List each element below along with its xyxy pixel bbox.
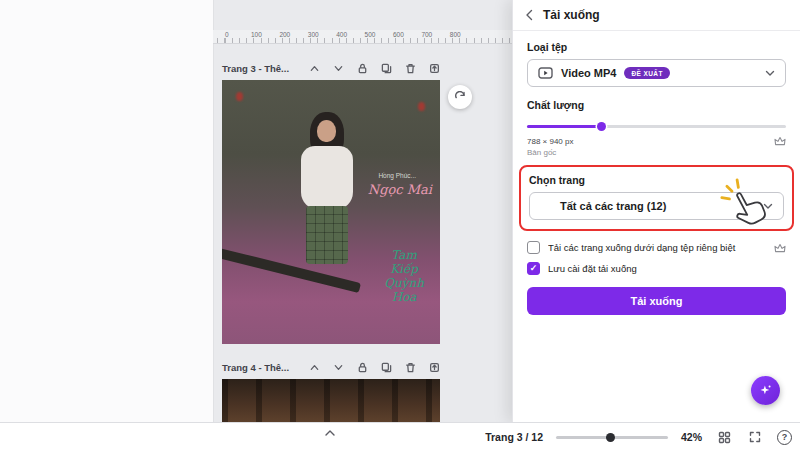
separate-files-option: Tải các trang xuống dưới dạng tệp riêng … (527, 241, 786, 254)
figure-face (317, 120, 336, 142)
file-type-select[interactable]: Video MP4 ĐỀ XUẤT (527, 59, 786, 87)
move-page-down-icon[interactable] (333, 63, 344, 74)
save-settings-option: Lưu cài đặt tải xuống (527, 262, 786, 275)
page3-title: Trang 3 - Thê... (222, 63, 289, 74)
grid-icon (718, 431, 731, 444)
separate-files-checkbox[interactable] (527, 241, 540, 254)
download-panel-body: Loại tệp Video MP4 ĐỀ XUẤT Chất lượng 78… (513, 31, 800, 315)
select-pages-dropdown[interactable]: Tất cả các trang (12) (529, 192, 784, 220)
quality-slider-thumb[interactable] (597, 122, 607, 132)
page3-canvas[interactable]: Hồng Phúc... Ngọc Mai Tam Kiếp Quỳnh Hoa (222, 80, 440, 344)
bottom-bar-controls: Trang 3 / 12 42% (485, 423, 792, 450)
ruler-mark: 300 (308, 31, 319, 38)
artwork-credit-text: Hồng Phúc... (378, 172, 416, 179)
artwork-title-text: Tam Kiếp Quỳnh Hoa (384, 248, 424, 304)
page3-toolbar: Trang 3 - Thê... (222, 60, 440, 76)
quality-slider[interactable] (527, 121, 786, 131)
select-pages-label: Chọn trang (529, 174, 784, 186)
ruler-mark: 800 (450, 31, 461, 38)
fullscreen-icon (749, 431, 761, 443)
page4-toolbar: Trang 4 - Thê... (222, 359, 440, 375)
lock-icon[interactable] (357, 63, 368, 74)
select-pages-highlight: Chọn trang Tất cả các trang (12) (519, 165, 794, 231)
zoom-slider[interactable] (556, 431, 668, 443)
file-type-value: Video MP4 (561, 67, 616, 79)
canva-editor: 0 100 200 300 400 500 600 700 800 Trang … (0, 0, 800, 450)
refresh-icon (454, 91, 466, 103)
ruler-mark: 0 (225, 31, 229, 38)
recommended-badge: ĐỀ XUẤT (624, 67, 669, 79)
help-button[interactable] (777, 430, 792, 445)
delete-page-icon[interactable] (405, 362, 416, 373)
move-page-down-icon[interactable] (333, 362, 344, 373)
horizontal-ruler: 0 100 200 300 400 500 600 700 800 (213, 30, 512, 44)
title-line: Tam (384, 248, 424, 262)
ruler-mark: 400 (336, 31, 347, 38)
back-chevron-icon[interactable] (525, 9, 534, 21)
chevron-down-icon (763, 203, 773, 210)
transition-refresh-button[interactable] (448, 85, 472, 109)
ruler-mark: 200 (279, 31, 290, 38)
panel-title: Tải xuống (543, 8, 600, 22)
chevron-down-icon (765, 70, 775, 77)
download-button[interactable]: Tải xuống (527, 287, 786, 315)
lantern-decoration (236, 92, 243, 101)
ruler-mark: 600 (393, 31, 404, 38)
premium-crown-icon (774, 243, 786, 253)
page4-artwork-texture (222, 379, 440, 422)
save-settings-label: Lưu cài đặt tải xuống (548, 263, 786, 274)
ruler-mark: 700 (421, 31, 432, 38)
duplicate-page-icon[interactable] (381, 63, 392, 74)
figure-skirt (306, 206, 348, 264)
bottom-status-bar: Trang 3 / 12 42% (0, 422, 800, 450)
duplicate-page-icon[interactable] (381, 362, 392, 373)
zoom-slider-thumb[interactable] (606, 433, 615, 442)
sparkle-icon (758, 383, 773, 398)
lock-icon[interactable] (357, 362, 368, 373)
ruler-mark: 100 (251, 31, 262, 38)
title-line: Quỳnh (384, 276, 424, 290)
export-page-icon[interactable] (429, 63, 440, 74)
video-icon (538, 67, 553, 79)
ruler-ticks (213, 38, 512, 43)
dimensions-text: 788 × 940 px (527, 137, 573, 146)
page4-canvas[interactable] (222, 379, 440, 422)
title-line: Hoa (384, 290, 424, 304)
lantern-decoration (418, 102, 425, 111)
collapse-pages-button[interactable] (318, 425, 342, 441)
download-panel: Tải xuống Loại tệp Video MP4 ĐỀ XUẤT Chấ… (512, 0, 800, 422)
premium-crown-icon (774, 136, 786, 146)
original-size-note: Bản gốc (527, 148, 786, 157)
title-line: Kiếp (384, 262, 424, 276)
quality-slider-fill (527, 125, 597, 128)
size-row: 788 × 940 px (527, 136, 786, 146)
delete-page-icon[interactable] (405, 63, 416, 74)
download-panel-header: Tải xuống (513, 0, 800, 31)
export-page-icon[interactable] (429, 362, 440, 373)
magic-assistant-button[interactable] (751, 376, 780, 405)
quality-label: Chất lượng (527, 99, 786, 111)
save-settings-checkbox[interactable] (527, 262, 540, 275)
grid-view-button[interactable] (715, 428, 733, 446)
move-page-up-icon[interactable] (309, 63, 320, 74)
ruler-mark: 500 (365, 31, 376, 38)
file-type-label: Loại tệp (527, 41, 786, 53)
page-indicator: Trang 3 / 12 (485, 431, 543, 443)
figure-blouse (301, 146, 353, 210)
artwork-signature-text: Ngọc Mai (368, 182, 432, 197)
page4-tools (309, 362, 440, 373)
zoom-level: 42% (681, 431, 702, 443)
fullscreen-button[interactable] (746, 428, 764, 446)
page3-tools (309, 63, 440, 74)
chevron-up-icon (324, 429, 336, 437)
page4-title: Trang 4 - Thê... (222, 362, 289, 373)
separate-files-label: Tải các trang xuống dưới dạng tệp riêng … (548, 242, 766, 253)
select-pages-value: Tất cả các trang (12) (560, 200, 666, 212)
move-page-up-icon[interactable] (309, 362, 320, 373)
